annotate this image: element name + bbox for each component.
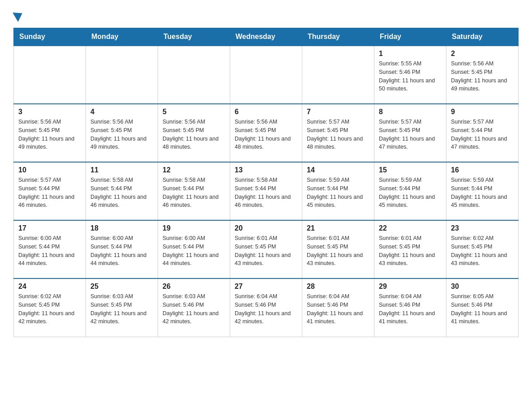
day-number: 21	[307, 224, 369, 232]
calendar-header-row: SundayMondayTuesdayWednesdayThursdayFrid…	[14, 28, 519, 46]
calendar-cell	[14, 46, 86, 104]
weekday-header-saturday: Saturday	[446, 28, 519, 46]
calendar-week-row: 17Sunrise: 6:00 AMSunset: 5:44 PMDayligh…	[14, 220, 519, 278]
day-number: 25	[90, 283, 153, 291]
day-number: 17	[18, 224, 81, 232]
calendar-cell: 10Sunrise: 5:57 AMSunset: 5:44 PMDayligh…	[14, 162, 86, 220]
calendar-week-row: 24Sunrise: 6:02 AMSunset: 5:45 PMDayligh…	[14, 278, 519, 337]
calendar-cell: 4Sunrise: 5:56 AMSunset: 5:45 PMDaylight…	[86, 104, 158, 162]
logo	[13, 9, 23, 20]
calendar-cell: 19Sunrise: 6:00 AMSunset: 5:44 PMDayligh…	[158, 220, 230, 278]
day-info: Sunrise: 6:00 AMSunset: 5:44 PMDaylight:…	[163, 234, 225, 268]
weekday-header-sunday: Sunday	[14, 28, 86, 46]
day-number: 24	[18, 283, 81, 291]
calendar-cell: 25Sunrise: 6:03 AMSunset: 5:45 PMDayligh…	[86, 278, 158, 337]
day-number: 8	[379, 108, 442, 116]
day-number: 13	[235, 166, 297, 174]
day-info: Sunrise: 6:04 AMSunset: 5:46 PMDaylight:…	[379, 292, 442, 326]
day-info: Sunrise: 5:57 AMSunset: 5:45 PMDaylight:…	[379, 118, 442, 151]
day-number: 27	[235, 283, 297, 291]
day-number: 28	[307, 283, 369, 291]
day-info: Sunrise: 6:03 AMSunset: 5:46 PMDaylight:…	[163, 292, 225, 326]
calendar-cell: 11Sunrise: 5:58 AMSunset: 5:44 PMDayligh…	[86, 162, 158, 220]
day-info: Sunrise: 6:04 AMSunset: 5:46 PMDaylight:…	[235, 292, 297, 326]
day-number: 5	[163, 108, 225, 116]
day-number: 19	[163, 224, 225, 232]
calendar-cell: 18Sunrise: 6:00 AMSunset: 5:44 PMDayligh…	[86, 220, 158, 278]
day-info: Sunrise: 6:02 AMSunset: 5:45 PMDaylight:…	[18, 292, 81, 326]
day-number: 4	[90, 108, 153, 116]
day-info: Sunrise: 5:58 AMSunset: 5:44 PMDaylight:…	[163, 176, 225, 210]
calendar-cell: 24Sunrise: 6:02 AMSunset: 5:45 PMDayligh…	[14, 278, 86, 337]
day-info: Sunrise: 5:56 AMSunset: 5:45 PMDaylight:…	[90, 118, 153, 151]
calendar-cell: 30Sunrise: 6:05 AMSunset: 5:46 PMDayligh…	[446, 278, 519, 337]
day-number: 14	[307, 166, 369, 174]
day-info: Sunrise: 5:56 AMSunset: 5:45 PMDaylight:…	[451, 60, 514, 93]
day-info: Sunrise: 5:59 AMSunset: 5:44 PMDaylight:…	[307, 176, 369, 210]
day-number: 3	[18, 108, 81, 116]
calendar-cell: 3Sunrise: 5:56 AMSunset: 5:45 PMDaylight…	[14, 104, 86, 162]
day-info: Sunrise: 5:58 AMSunset: 5:44 PMDaylight:…	[235, 176, 297, 210]
day-info: Sunrise: 5:55 AMSunset: 5:46 PMDaylight:…	[379, 60, 442, 93]
day-info: Sunrise: 5:56 AMSunset: 5:45 PMDaylight:…	[235, 118, 297, 151]
day-info: Sunrise: 5:57 AMSunset: 5:45 PMDaylight:…	[307, 118, 369, 151]
calendar-week-row: 1Sunrise: 5:55 AMSunset: 5:46 PMDaylight…	[14, 46, 519, 104]
calendar-cell: 29Sunrise: 6:04 AMSunset: 5:46 PMDayligh…	[374, 278, 446, 337]
calendar-cell: 13Sunrise: 5:58 AMSunset: 5:44 PMDayligh…	[230, 162, 302, 220]
day-info: Sunrise: 5:56 AMSunset: 5:45 PMDaylight:…	[163, 118, 225, 151]
calendar-cell	[86, 46, 158, 104]
day-info: Sunrise: 6:01 AMSunset: 5:45 PMDaylight:…	[379, 234, 442, 268]
calendar-cell: 5Sunrise: 5:56 AMSunset: 5:45 PMDaylight…	[158, 104, 230, 162]
weekday-header-thursday: Thursday	[302, 28, 374, 46]
calendar-cell: 20Sunrise: 6:01 AMSunset: 5:45 PMDayligh…	[230, 220, 302, 278]
day-info: Sunrise: 6:02 AMSunset: 5:45 PMDaylight:…	[451, 234, 514, 268]
day-number: 20	[235, 224, 297, 232]
calendar-cell	[302, 46, 374, 104]
day-number: 12	[163, 166, 225, 174]
day-number: 16	[451, 166, 514, 174]
page-header	[13, 9, 519, 20]
weekday-header-monday: Monday	[86, 28, 158, 46]
day-info: Sunrise: 6:01 AMSunset: 5:45 PMDaylight:…	[307, 234, 369, 268]
day-info: Sunrise: 6:00 AMSunset: 5:44 PMDaylight:…	[90, 234, 153, 268]
calendar-cell: 1Sunrise: 5:55 AMSunset: 5:46 PMDaylight…	[374, 46, 446, 104]
calendar-cell: 26Sunrise: 6:03 AMSunset: 5:46 PMDayligh…	[158, 278, 230, 337]
day-number: 6	[235, 108, 297, 116]
calendar-cell: 6Sunrise: 5:56 AMSunset: 5:45 PMDaylight…	[230, 104, 302, 162]
day-info: Sunrise: 6:03 AMSunset: 5:45 PMDaylight:…	[90, 292, 153, 326]
calendar-cell: 9Sunrise: 5:57 AMSunset: 5:44 PMDaylight…	[446, 104, 519, 162]
day-info: Sunrise: 6:01 AMSunset: 5:45 PMDaylight:…	[235, 234, 297, 268]
day-number: 11	[90, 166, 153, 174]
calendar-cell: 7Sunrise: 5:57 AMSunset: 5:45 PMDaylight…	[302, 104, 374, 162]
day-info: Sunrise: 5:59 AMSunset: 5:44 PMDaylight:…	[451, 176, 514, 210]
calendar-table: SundayMondayTuesdayWednesdayThursdayFrid…	[13, 28, 519, 337]
weekday-header-tuesday: Tuesday	[158, 28, 230, 46]
day-number: 1	[379, 50, 442, 58]
day-info: Sunrise: 6:05 AMSunset: 5:46 PMDaylight:…	[451, 292, 514, 326]
weekday-header-wednesday: Wednesday	[230, 28, 302, 46]
day-number: 29	[379, 283, 442, 291]
day-number: 2	[451, 50, 514, 58]
calendar-cell: 17Sunrise: 6:00 AMSunset: 5:44 PMDayligh…	[14, 220, 86, 278]
calendar-cell: 12Sunrise: 5:58 AMSunset: 5:44 PMDayligh…	[158, 162, 230, 220]
logo-arrow-icon	[13, 9, 25, 22]
calendar-cell: 2Sunrise: 5:56 AMSunset: 5:45 PMDaylight…	[446, 46, 519, 104]
calendar-cell: 27Sunrise: 6:04 AMSunset: 5:46 PMDayligh…	[230, 278, 302, 337]
calendar-cell	[230, 46, 302, 104]
calendar-cell: 23Sunrise: 6:02 AMSunset: 5:45 PMDayligh…	[446, 220, 519, 278]
day-info: Sunrise: 5:56 AMSunset: 5:45 PMDaylight:…	[18, 118, 81, 151]
day-info: Sunrise: 5:57 AMSunset: 5:44 PMDaylight:…	[18, 176, 81, 210]
day-info: Sunrise: 5:59 AMSunset: 5:44 PMDaylight:…	[379, 176, 442, 210]
calendar-cell: 15Sunrise: 5:59 AMSunset: 5:44 PMDayligh…	[374, 162, 446, 220]
day-number: 30	[451, 283, 514, 291]
day-number: 22	[379, 224, 442, 232]
day-info: Sunrise: 6:00 AMSunset: 5:44 PMDaylight:…	[18, 234, 81, 268]
calendar-cell: 28Sunrise: 6:04 AMSunset: 5:46 PMDayligh…	[302, 278, 374, 337]
calendar-cell: 21Sunrise: 6:01 AMSunset: 5:45 PMDayligh…	[302, 220, 374, 278]
calendar-week-row: 10Sunrise: 5:57 AMSunset: 5:44 PMDayligh…	[14, 162, 519, 220]
day-info: Sunrise: 5:57 AMSunset: 5:44 PMDaylight:…	[451, 118, 514, 151]
day-number: 7	[307, 108, 369, 116]
calendar-cell: 22Sunrise: 6:01 AMSunset: 5:45 PMDayligh…	[374, 220, 446, 278]
calendar-cell: 14Sunrise: 5:59 AMSunset: 5:44 PMDayligh…	[302, 162, 374, 220]
day-number: 15	[379, 166, 442, 174]
